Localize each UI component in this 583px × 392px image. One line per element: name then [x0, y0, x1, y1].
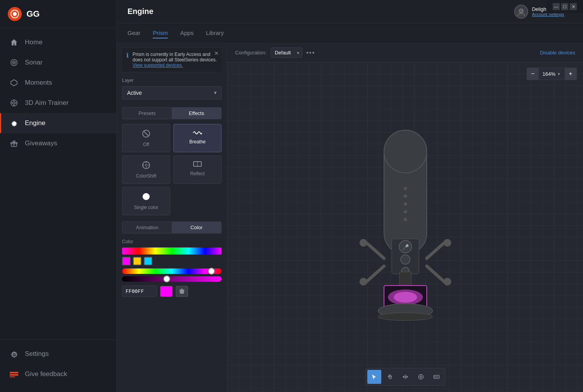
svg-point-17	[519, 9, 523, 13]
layer-select-wrapper: Active ▼	[122, 86, 222, 99]
layer-select[interactable]: Active	[122, 86, 222, 99]
config-select-wrapper: Default ▼	[271, 47, 302, 58]
sidebar-item-sonar[interactable]: Sonar	[0, 52, 116, 73]
tab-color[interactable]: Color	[172, 222, 221, 233]
effect-reflect-label: Reflect	[190, 171, 204, 176]
colorshift-icon	[141, 160, 151, 171]
effect-reflect[interactable]: Reflect	[173, 155, 222, 184]
move-tool-icon	[402, 374, 408, 380]
minimize-button[interactable]: —	[553, 3, 560, 10]
sidebar-item-giveaways[interactable]: Giveaways	[0, 133, 116, 153]
brightness-slider[interactable]	[122, 276, 222, 282]
effect-off[interactable]: Off	[122, 124, 170, 152]
tab-prism[interactable]: Prism	[153, 28, 168, 38]
color-delete-button[interactable]	[176, 286, 188, 297]
svg-point-27	[404, 187, 407, 190]
config-bar: Configuration: Default ▼ ••• Disable dev…	[227, 44, 583, 62]
settings-icon	[9, 349, 19, 359]
effect-colorshift[interactable]: ColorShift	[122, 155, 170, 184]
sidebar-item-engine[interactable]: Engine	[0, 113, 116, 133]
close-button[interactable]: ✕	[570, 3, 577, 10]
color-stop-0[interactable]	[122, 257, 131, 265]
logo-icon	[8, 7, 22, 21]
svg-rect-15	[10, 374, 18, 376]
color-stop-2[interactable]	[144, 257, 152, 265]
avatar	[514, 5, 528, 19]
home-icon	[9, 38, 19, 47]
effect-breathe[interactable]: Breathe	[173, 124, 222, 152]
svg-point-35	[401, 255, 410, 264]
color-gradient-bar[interactable]	[122, 247, 222, 254]
zoom-out-button[interactable]: −	[527, 68, 539, 80]
preset-effects-tabs: Presets Effects	[122, 107, 222, 119]
sidebar-item-settings[interactable]: Settings	[0, 344, 116, 364]
sidebar-item-home[interactable]: Home	[0, 32, 116, 52]
sidebar-logo: GG	[0, 0, 116, 28]
tab-presets[interactable]: Presets	[122, 108, 172, 119]
engine-icon	[9, 118, 19, 128]
off-icon	[141, 129, 151, 139]
config-label: Configuration:	[235, 50, 267, 56]
effects-grid: Off Breathe ColorShift	[117, 122, 227, 218]
tab-library[interactable]: Library	[206, 28, 224, 38]
maximize-button[interactable]: ☐	[561, 3, 568, 10]
toolbar-move-button[interactable]	[398, 370, 412, 384]
svg-point-41	[360, 278, 367, 286]
microphone-svg: 🎤	[351, 118, 460, 336]
svg-point-52	[420, 376, 422, 378]
zoom-in-button[interactable]: +	[565, 68, 576, 80]
effect-off-label: Off	[143, 142, 149, 147]
effect-single-color[interactable]: Single color	[122, 187, 170, 215]
tab-apps[interactable]: Apps	[180, 28, 194, 38]
top-bar: Engine DelightfulCover19 Account Setting…	[117, 0, 583, 23]
toolbar-target-button[interactable]	[414, 370, 428, 384]
steelseries-logo-icon	[10, 10, 19, 18]
sidebar-item-label-settings: Settings	[25, 350, 49, 358]
svg-line-38	[367, 243, 384, 258]
svg-point-18	[518, 13, 525, 16]
toolbar-keyboard-button[interactable]	[429, 370, 443, 384]
sidebar: GG Home Sonar Moments	[0, 0, 117, 392]
config-left: Configuration: Default ▼ •••	[235, 47, 315, 58]
svg-point-30	[404, 210, 407, 213]
zoom-value: 164% ▼	[539, 71, 565, 77]
select-tool-icon	[371, 374, 377, 380]
color-hex-input[interactable]	[122, 286, 157, 297]
sidebar-item-label-engine: Engine	[25, 119, 45, 127]
svg-point-1	[13, 12, 17, 16]
sidebar-item-label-home: Home	[25, 38, 42, 46]
svg-rect-14	[10, 372, 18, 373]
supported-devices-link[interactable]: View supported devices.	[133, 63, 183, 68]
color-stop-1[interactable]	[133, 257, 141, 265]
hue-slider[interactable]	[122, 268, 222, 274]
sidebar-bottom: Settings Give feedback	[0, 340, 116, 392]
svg-point-7	[13, 102, 15, 104]
info-icon: ℹ	[126, 52, 129, 59]
layer-section: Layer Active ▼	[117, 72, 227, 103]
color-swatch[interactable]	[160, 286, 173, 297]
disable-devices-button[interactable]: Disable devices	[540, 50, 575, 56]
zoom-dropdown-arrow-icon[interactable]: ▼	[557, 72, 561, 76]
config-select[interactable]: Default	[271, 47, 302, 58]
svg-point-23	[143, 193, 150, 200]
target-tool-icon	[418, 374, 424, 380]
sidebar-item-give-feedback[interactable]: Give feedback	[0, 364, 116, 384]
sidebar-item-aim-trainer[interactable]: 3D Aim Trainer	[0, 93, 116, 113]
toolbar-hand-button[interactable]	[383, 370, 397, 384]
sonar-icon	[9, 58, 19, 67]
banner-close-button[interactable]: ✕	[214, 50, 219, 56]
config-more-button[interactable]: •••	[306, 49, 315, 56]
svg-point-40	[360, 239, 367, 247]
svg-line-42	[427, 243, 444, 258]
svg-rect-16	[10, 376, 15, 377]
logo-text: GG	[26, 9, 40, 19]
effect-breathe-label: Breathe	[189, 139, 206, 145]
sidebar-item-moments[interactable]: Moments	[0, 73, 116, 93]
tab-animation[interactable]: Animation	[122, 222, 172, 233]
tab-gear[interactable]: Gear	[127, 28, 140, 38]
main-tabs: Gear Prism Apps Library	[117, 23, 583, 44]
tab-effects[interactable]: Effects	[172, 108, 221, 119]
toolbar-select-button[interactable]	[367, 370, 381, 384]
svg-point-50	[378, 313, 433, 321]
trash-icon	[179, 288, 185, 294]
